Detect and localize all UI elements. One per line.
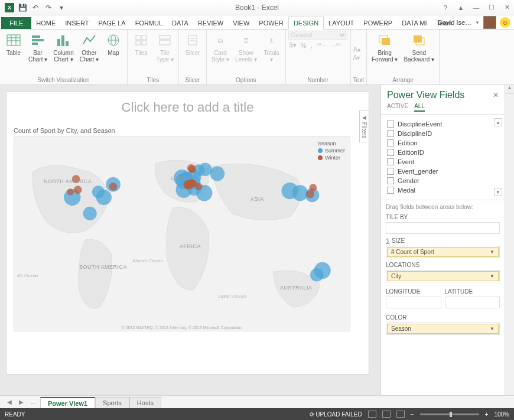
ribbon-tab-power[interactable]: POWER — [254, 17, 288, 29]
ribbon-tab-layout[interactable]: LAYOUT — [324, 17, 359, 29]
color-chip[interactable]: Season▼ — [387, 324, 499, 334]
ribbon-tab-view[interactable]: VIEW — [228, 17, 254, 29]
field-item[interactable]: Edition — [387, 138, 501, 148]
map-bubble[interactable] — [109, 183, 118, 191]
scroll-up-icon[interactable]: ▲ — [494, 118, 502, 126]
feedback-smiley-icon[interactable]: ☺ — [500, 17, 510, 28]
checkbox-icon[interactable] — [387, 168, 394, 175]
scroll-down-icon[interactable]: ▼ — [494, 188, 502, 196]
sheet-nav-prev-icon[interactable]: ◀ — [4, 398, 15, 406]
field-item[interactable]: EditionID — [387, 148, 501, 157]
filters-tab[interactable]: ◀ Filters — [359, 110, 369, 142]
checkbox-icon[interactable] — [387, 139, 394, 146]
map-visualization[interactable]: Season Summer Winter NORTH AMERICA SOUTH… — [14, 136, 350, 331]
size-chip[interactable]: # Count of Sport▼ — [387, 247, 499, 257]
minimize-button[interactable]: — — [471, 3, 481, 12]
ribbon-tab-powerp[interactable]: POWERP — [359, 17, 397, 29]
tile-type-button[interactable]: Tile Type ▾ — [154, 31, 176, 76]
number-format-select[interactable]: General — [288, 31, 347, 40]
area-latitude[interactable] — [445, 297, 500, 308]
send-backward-button[interactable]: Send Backward ▾ — [401, 31, 437, 76]
field-item[interactable]: Medal — [387, 185, 501, 195]
save-icon[interactable]: 💾 — [18, 3, 27, 12]
ribbon-tab-formul[interactable]: FORMUL — [131, 17, 167, 29]
table-button[interactable]: Table — [2, 31, 25, 76]
map-button[interactable]: Map — [102, 31, 125, 76]
inc-decimal-icon[interactable]: ⁰⁰→ — [317, 43, 327, 48]
map-bubble[interactable] — [306, 190, 314, 198]
tab-all[interactable]: ALL — [414, 103, 425, 112]
sheet-tab[interactable]: Power View1 — [40, 397, 95, 409]
bar-chart-button[interactable]: Bar Chart ▾ — [26, 31, 50, 76]
legend-item-winter[interactable]: Winter — [318, 155, 345, 161]
field-item[interactable]: DisciplineEvent — [387, 119, 501, 129]
map-bubble[interactable] — [96, 190, 112, 205]
area-color[interactable]: Season▼ — [386, 323, 500, 335]
view-layout-icon[interactable] — [382, 411, 391, 418]
ribbon-tab-design[interactable]: DESIGN — [288, 17, 324, 30]
checkbox-icon[interactable] — [387, 130, 394, 137]
currency-icon[interactable]: $▾ — [289, 41, 297, 49]
checkbox-icon[interactable] — [387, 149, 394, 156]
sheet-tab[interactable]: Hosts — [129, 397, 161, 408]
show-levels-button[interactable]: ≣Show Levels ▾ — [233, 31, 259, 76]
ribbon-tab-home[interactable]: HOME — [31, 17, 60, 29]
map-bubble[interactable] — [199, 162, 212, 176]
view-normal-icon[interactable] — [368, 411, 376, 418]
close-button[interactable]: ✕ — [502, 3, 512, 12]
ribbon-options-button[interactable]: ▲ — [456, 3, 466, 12]
map-bubble[interactable] — [74, 185, 82, 194]
area-tileby[interactable] — [386, 222, 500, 234]
redo-icon[interactable]: ↷ — [44, 3, 53, 12]
area-size[interactable]: # Count of Sport▼ — [386, 246, 500, 258]
increase-font-button[interactable]: A▴ — [353, 45, 364, 53]
locations-chip[interactable]: City▼ — [387, 271, 499, 281]
map-bubble[interactable] — [310, 268, 324, 282]
field-item[interactable]: Event — [387, 157, 501, 167]
comma-icon[interactable]: , — [311, 42, 313, 49]
column-chart-button[interactable]: Column Chart ▾ — [51, 31, 76, 76]
area-locations[interactable]: City▼ — [386, 270, 500, 282]
other-chart-button[interactable]: Other Chart ▾ — [77, 31, 101, 76]
avatar[interactable] — [483, 16, 496, 29]
field-item[interactable]: DisciplineID — [387, 129, 501, 138]
powerview-report[interactable]: Click here to add a title ◀ Filters Coun… — [6, 91, 369, 375]
map-bubble[interactable] — [195, 183, 203, 190]
map-chart[interactable]: Count of Sport by City, and Season — [14, 127, 362, 331]
field-item[interactable]: Gender — [387, 176, 501, 185]
help-button[interactable]: ? — [441, 3, 450, 12]
totals-button[interactable]: ΣTotals ▾ — [261, 31, 283, 76]
area-longitude[interactable] — [386, 297, 441, 308]
field-item[interactable]: Event_gender — [387, 167, 501, 176]
dec-decimal-icon[interactable]: →⁰⁰ — [331, 43, 341, 48]
bring-forward-button[interactable]: Bring Forward ▾ — [369, 31, 400, 76]
sheet-nav-next-icon[interactable]: ▶ — [15, 398, 27, 406]
sheet-tab[interactable]: Sports — [95, 397, 129, 408]
zoom-in-icon[interactable]: + — [485, 411, 489, 418]
vertical-scrollbar[interactable]: ▲ — [505, 85, 514, 395]
card-style-button[interactable]: 🗂Card Style ▾ — [209, 31, 232, 76]
ribbon-tab-insert[interactable]: INSERT — [60, 17, 93, 29]
checkbox-icon[interactable] — [387, 121, 394, 128]
report-title-placeholder[interactable]: Click here to add a title — [6, 92, 369, 123]
maximize-button[interactable]: ☐ — [487, 3, 496, 12]
ribbon-tab-page la[interactable]: PAGE LA — [93, 17, 130, 29]
checkbox-icon[interactable] — [387, 187, 394, 194]
map-bubble[interactable] — [210, 167, 225, 181]
percent-icon[interactable]: % — [301, 42, 307, 49]
slicer-button[interactable]: Slicer — [181, 31, 204, 76]
user-dropdown-icon[interactable]: ▼ — [475, 20, 480, 25]
tab-active[interactable]: ACTIVE — [387, 103, 408, 112]
tiles-button[interactable]: Tiles — [130, 31, 152, 76]
map-bubble[interactable] — [281, 183, 298, 199]
zoom-slider[interactable] — [420, 414, 479, 415]
zoom-out-icon[interactable]: − — [411, 411, 414, 418]
ribbon-tab-data mi[interactable]: DATA MI — [397, 17, 431, 29]
user-name[interactable]: David Ise… — [438, 19, 471, 26]
ribbon-tab-review[interactable]: REVIEW — [193, 17, 228, 29]
qat-dropdown-icon[interactable]: ▾ — [57, 3, 66, 12]
map-bubble[interactable] — [67, 188, 74, 196]
sheet-nav-more-icon[interactable]: … — [27, 398, 40, 406]
view-pagebreak-icon[interactable] — [396, 411, 405, 418]
map-bubble[interactable] — [83, 207, 97, 220]
